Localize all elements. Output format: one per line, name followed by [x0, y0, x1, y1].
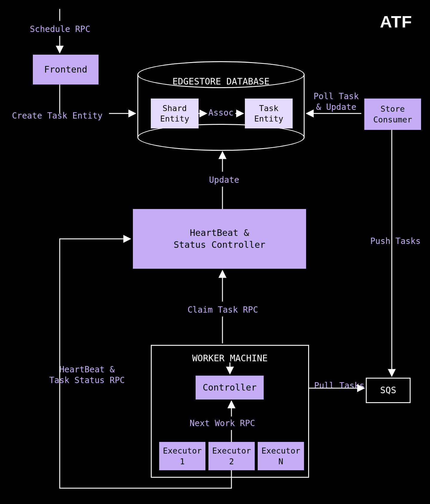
node-frontend: Frontend [33, 55, 99, 84]
edge-heartbeat-status-rpc-label: HeartBeat & Task Status RPC [49, 364, 125, 386]
node-sqs: SQS [366, 378, 411, 403]
edge-update-label: Update [209, 175, 239, 185]
edge-schedule-rpc-label: Schedule RPC [30, 24, 90, 35]
edge-create-task-entity-label: Create Task Entity [12, 110, 102, 121]
node-executor-n: Executor N [258, 442, 304, 470]
edge-next-work-rpc-label: Next Work RPC [190, 418, 255, 429]
edge-pull-tasks-label: Pull Tasks [314, 380, 365, 391]
diagram-canvas: ATF Frontend EDGESTORE DATABASE Shard En… [0, 0, 430, 504]
edge-claim-task-rpc-label: Claim Task RPC [188, 305, 258, 315]
node-executor-n-label: Executor N [261, 445, 300, 466]
node-shard-entity-label: Shard Entity [160, 103, 189, 124]
node-task-entity-label: Task Entity [254, 103, 283, 124]
node-sqs-label: SQS [380, 384, 396, 397]
node-executor-2-label: Executor 2 [212, 445, 251, 466]
database-title: EDGESTORE DATABASE [137, 76, 305, 87]
edge-push-tasks-label: Push Tasks [370, 236, 421, 247]
node-controller-label: Controller [203, 382, 257, 394]
node-task-entity: Task Entity [245, 99, 293, 128]
node-shard-entity: Shard Entity [151, 99, 199, 128]
node-frontend-label: Frontend [44, 64, 87, 76]
edge-poll-task-update-label: Poll Task & Update [314, 91, 359, 113]
brand-logo: ATF [380, 12, 412, 31]
node-heartbeat-controller: HeartBeat & Status Controller [133, 209, 306, 269]
node-executor-1-label: Executor 1 [163, 445, 202, 466]
worker-machine-title: WORKER MACHINE [192, 353, 268, 363]
node-store-consumer-label: Store Consumer [373, 104, 412, 125]
node-store-consumer: Store Consumer [364, 99, 421, 130]
node-heartbeat-controller-label: HeartBeat & Status Controller [173, 227, 265, 251]
node-controller: Controller [196, 376, 264, 399]
node-executor-1: Executor 1 [159, 442, 205, 470]
edge-assoc-label: Assoc [205, 107, 237, 118]
node-executor-2: Executor 2 [208, 442, 255, 470]
